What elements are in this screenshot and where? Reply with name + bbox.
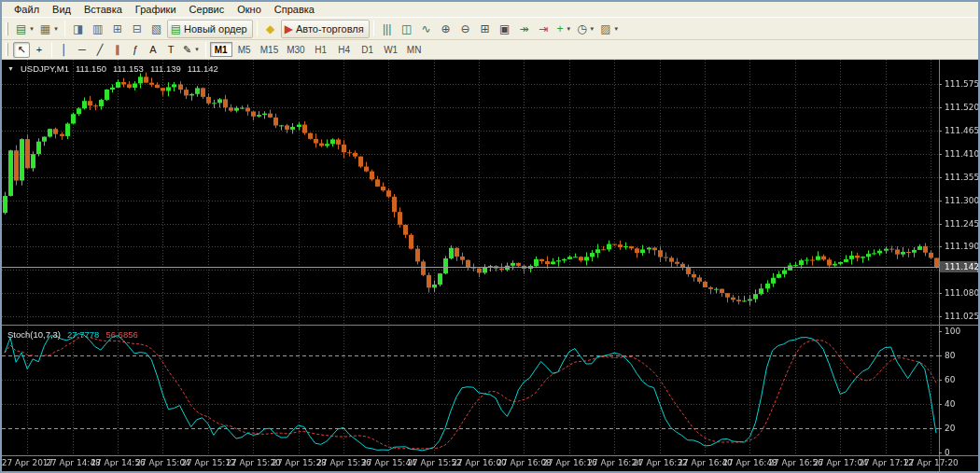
dropdown-arrow-icon[interactable]: ▾ [567,25,571,33]
line-chart-button[interactable]: ∿ [417,20,436,38]
arrows-icon: ✎ [183,45,191,55]
indicators-icon: + [557,23,564,35]
timeframe-m1-button[interactable]: M1 [210,42,232,57]
zoom-out-button[interactable]: ⊖ [456,20,475,38]
strategy-tester-button[interactable]: ▧ [147,20,166,38]
menu-item-view[interactable]: Вид [46,3,77,16]
zoom-in-icon: ⊕ [441,23,451,35]
auto-scroll-icon: ↠ [520,23,529,35]
toolbar-grip [6,43,8,56]
trendline-icon: ╱ [97,45,104,55]
dropdown-arrow-icon[interactable]: ▾ [591,25,595,33]
navigator-button[interactable]: ⊞ [108,20,127,38]
profiles-button[interactable]: ▦▾ [37,20,61,38]
fibonacci-icon: ƒ [133,45,138,55]
cursor-button[interactable]: ↖ [13,42,30,58]
autotrade-icon: ▶ [285,23,293,35]
dropdown-arrow-icon[interactable]: ▾ [54,25,58,33]
data-window-icon: ▥ [92,23,103,35]
timeframe-m30-button[interactable]: M30 [283,42,308,57]
toolbar-separator [51,42,52,58]
timeframe-w1-button[interactable]: W1 [380,42,402,57]
menu-item-file[interactable]: Файл [7,3,46,16]
toolbar-grip [6,22,8,35]
line-chart-icon: ∿ [422,23,431,35]
toolbar-separator [205,42,206,58]
terminal-button[interactable]: ⊟ [128,20,147,38]
autotrade-button-label: Авто-торговля [296,23,364,35]
horizontal-line-icon: ─ [78,45,86,55]
equidistant-channel-icon: ∥ [115,45,120,55]
candlestick-chart-icon: ◫ [401,23,412,35]
trendline-button[interactable]: ╱ [91,42,108,58]
strategy-tester-icon: ▧ [151,23,161,35]
tile-windows-icon: ⊞ [481,23,490,35]
crosshair-button[interactable]: + [31,42,48,58]
terminal-window: ФайлВидВставкаГрафикиСервисОкноСправка ▤… [0,0,980,473]
cascade-windows-icon: ▣ [499,23,510,35]
menu-item-charts[interactable]: Графики [129,3,183,16]
new-order-button[interactable]: ▤Новый ордер [167,20,253,38]
dropdown-arrow-icon[interactable]: ▾ [614,25,618,33]
market-watch-icon: ◨ [73,23,83,35]
chart-shift-icon: ⇥ [539,23,549,35]
metaeditor-button[interactable]: ◆ [261,20,280,38]
text-label-icon: T [168,45,175,55]
arrows-button[interactable]: ✎▾ [180,42,202,58]
toolbar-separator [257,21,258,36]
timeframe-m5-button[interactable]: M5 [233,42,256,57]
periods-button[interactable]: ◷▾ [574,20,596,38]
timeframe-mn-button[interactable]: MN [403,42,426,57]
toolbar-separator [373,21,374,36]
autotrade-button[interactable]: ▶Авто-торговля [281,20,370,38]
text-label-button[interactable]: T [162,42,179,58]
horizontal-line-button[interactable]: ─ [74,42,91,58]
text-button[interactable]: A [145,42,161,58]
zoom-out-icon: ⊖ [461,23,470,35]
new-order-icon: ▤ [171,23,181,35]
menu-item-help[interactable]: Справка [268,3,321,16]
crosshair-icon: + [36,45,42,55]
vertical-line-button[interactable]: │ [56,42,73,58]
indicators-button[interactable]: +▾ [554,20,574,38]
candlestick-chart-button[interactable]: ◫ [398,20,416,38]
menu-bar: ФайлВидВставкаГрафикиСервисОкноСправка [2,2,978,18]
zoom-in-button[interactable]: ⊕ [437,20,455,38]
metaeditor-icon: ◆ [266,23,274,35]
vertical-line-icon: │ [62,45,68,55]
timeframe-h1-button[interactable]: H1 [310,42,332,57]
chart-window: ▼ USDJPY,M1 111.150 111.153 111.139 111.… [2,60,978,471]
new-chart-button[interactable]: ▤▾ [13,20,36,38]
auto-scroll-button[interactable]: ↠ [515,20,534,38]
bar-chart-button[interactable]: ||| [378,20,397,38]
menu-item-insert[interactable]: Вставка [77,3,129,16]
menu-item-window[interactable]: Окно [231,3,268,16]
bar-chart-icon: ||| [383,23,391,35]
tile-windows-button[interactable]: ⊞ [476,20,495,38]
market-watch-button[interactable]: ◨ [69,20,88,38]
terminal-icon: ⊟ [133,23,142,35]
templates-button[interactable]: ▨▾ [597,20,621,38]
timeframe-h4-button[interactable]: H4 [333,42,356,57]
cascade-windows-button[interactable]: ▣ [496,20,514,38]
timeframe-m15-button[interactable]: M15 [257,42,282,57]
navigator-icon: ⊞ [113,23,122,35]
channel-button[interactable]: ∥ [109,42,126,58]
price-chart-canvas[interactable] [2,60,978,471]
fibonacci-button[interactable]: ƒ [127,42,144,58]
toolbar-standard: ▤▾▦▾◨▥⊞⊟▧▤Новый ордер◆▶Авто-торговля|||◫… [2,18,978,40]
cursor-icon: ↖ [17,45,25,55]
chart-shift-button[interactable]: ⇥ [535,20,553,38]
toolbar-separator [64,21,65,36]
dropdown-arrow-icon[interactable]: ▾ [195,46,199,53]
data-window-button[interactable]: ▥ [89,20,107,38]
menu-item-service[interactable]: Сервис [183,3,231,16]
periods-icon: ◷ [577,23,586,35]
templates-icon: ▨ [600,23,610,35]
new-chart-icon: ▤ [16,23,26,35]
timeframe-d1-button[interactable]: D1 [357,42,379,57]
profiles-icon: ▦ [40,23,50,35]
dropdown-arrow-icon[interactable]: ▾ [30,25,34,33]
text-icon: A [149,45,156,55]
new-order-button-label: Новый ордер [184,23,247,35]
